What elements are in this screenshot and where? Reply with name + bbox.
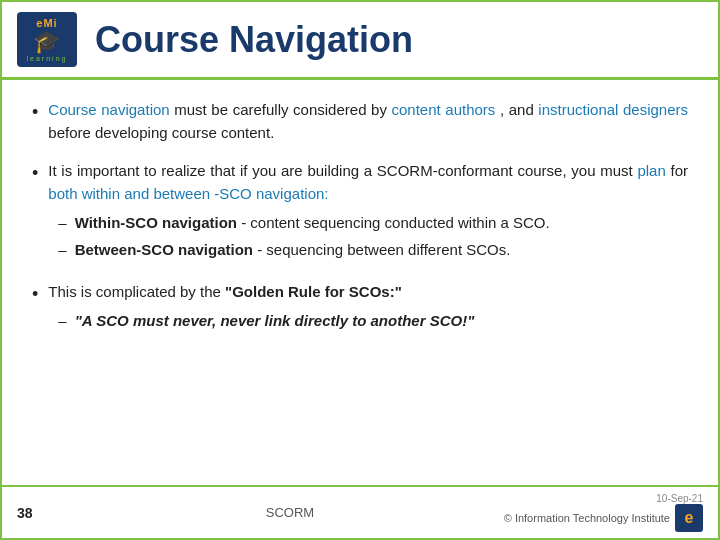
bullet1-middle: must be carefully considered by	[174, 101, 391, 118]
footer-right: 10-Sep-21 © Information Technology Insti…	[503, 493, 703, 532]
footer: 38 SCORM 10-Sep-21 © Information Technol…	[2, 485, 718, 538]
page-title: Course Navigation	[95, 19, 413, 61]
sub-bullet-2a: – Within-SCO navigation - content sequen…	[58, 211, 688, 234]
bullet-icon-3: •	[32, 281, 38, 309]
dash-icon-3a: –	[58, 309, 66, 332]
bullet2-prefix: It is important to realize that if you a…	[48, 162, 637, 179]
dash-icon-2a: –	[58, 211, 66, 234]
footer-brand: © Information Technology Institute e	[504, 504, 703, 532]
sub-bullet-2b-text: Between-SCO navigation - sequencing betw…	[75, 238, 511, 261]
plan-link: plan	[637, 162, 665, 179]
bullet-text-2: It is important to realize that if you a…	[48, 159, 688, 266]
bullet-icon-1: •	[32, 99, 38, 127]
footer-date: 10-Sep-21	[656, 493, 703, 504]
sub-bullets-2: – Within-SCO navigation - content sequen…	[58, 211, 688, 262]
logo-icon: 🎓	[33, 29, 60, 55]
within-sco-bold: Within-SCO navigation	[75, 214, 237, 231]
logo-top-text: eMi	[36, 17, 57, 29]
bullet2-middle: for	[670, 162, 688, 179]
instructional-designers-link: instructional designers	[538, 101, 688, 118]
bullet-item-2: • It is important to realize that if you…	[32, 159, 688, 266]
golden-rule-text: "Golden Rule for SCOs:"	[225, 283, 402, 300]
footer-center-text: SCORM	[77, 505, 503, 520]
sub-bullet-2a-text: Within-SCO navigation - content sequenci…	[75, 211, 550, 234]
sub-bullets-3: – "A SCO must never, never link directly…	[58, 309, 474, 332]
bullet-item-1: • Course navigation must be carefully co…	[32, 98, 688, 145]
bullet-item-3: • This is complicated by the "Golden Rul…	[32, 280, 688, 337]
header: eMi 🎓 learning Course Navigation	[2, 2, 718, 80]
footer-brand-text: © Information Technology Institute	[504, 512, 670, 524]
content-area: • Course navigation must be carefully co…	[2, 80, 718, 485]
bullet1-suffix: before developing course content.	[48, 124, 274, 141]
dash-icon-2b: –	[58, 238, 66, 261]
logo: eMi 🎓 learning	[17, 12, 77, 67]
sub-bullet-3a: – "A SCO must never, never link directly…	[58, 309, 474, 332]
bullet-icon-2: •	[32, 160, 38, 188]
bullet-text-3: This is complicated by the "Golden Rule …	[48, 280, 474, 337]
bullet3-prefix: This is complicated by the	[48, 283, 225, 300]
bullet1-and: , and	[500, 101, 538, 118]
both-within-text: both within and between -SCO navigation:	[48, 185, 328, 202]
between-sco-bold: Between-SCO navigation	[75, 241, 253, 258]
footer-logo: e	[675, 504, 703, 532]
content-authors-link: content authors	[392, 101, 496, 118]
sub-bullet-2b: – Between-SCO navigation - sequencing be…	[58, 238, 688, 261]
sco-rule-text: "A SCO must never, never link directly t…	[75, 309, 475, 332]
course-navigation-link: Course navigation	[48, 101, 169, 118]
bullet-text-1: Course navigation must be carefully cons…	[48, 98, 688, 145]
footer-logo-letter: e	[685, 509, 694, 527]
logo-bottom-text: learning	[27, 55, 68, 62]
slide: eMi 🎓 learning Course Navigation • Cours…	[0, 0, 720, 540]
page-number: 38	[17, 505, 77, 521]
